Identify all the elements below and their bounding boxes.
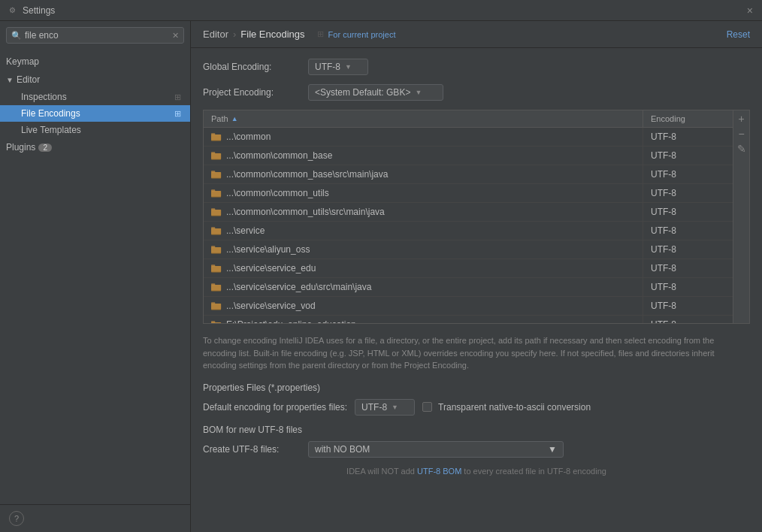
folder-icon: [211, 207, 222, 216]
for-current-project-link[interactable]: For current project: [328, 30, 396, 39]
table-action-buttons: + − ✎: [733, 110, 749, 323]
td-encoding: UTF-8: [643, 147, 733, 165]
properties-encoding-row: Default encoding for properties files: U…: [203, 399, 750, 416]
table-header: Path ▲ Encoding: [204, 110, 733, 128]
table-row[interactable]: ...\common\common_utils\src\main\java UT…: [204, 203, 733, 222]
encoding-table-container: Path ▲ Encoding ...\common: [203, 110, 750, 324]
for-project-icon: ⊞: [317, 29, 324, 39]
project-encoding-arrow: ▼: [415, 89, 422, 96]
project-encoding-row: Project Encoding: <System Default: GBK> …: [203, 84, 750, 101]
table-row[interactable]: ...\service\service_edu UTF-8: [204, 259, 733, 278]
td-encoding: UTF-8: [643, 128, 733, 146]
svg-rect-11: [211, 191, 221, 197]
close-button[interactable]: ×: [744, 5, 756, 17]
table-row[interactable]: ...\service\aliyun_oss UTF-8: [204, 240, 733, 259]
app-icon: ⚙: [6, 5, 18, 17]
svg-rect-2: [211, 135, 221, 141]
svg-rect-32: [211, 322, 221, 323]
table-row[interactable]: ...\common\common_base\src\main\java UTF…: [204, 165, 733, 184]
td-path: ...\service\service_vod: [204, 297, 643, 315]
folder-icon: [211, 283, 222, 292]
bom-field-row: Create UTF-8 files: with NO BOM ▼: [203, 441, 750, 458]
sidebar-item-plugins[interactable]: Plugins 2: [0, 138, 190, 156]
keymap-label: Keymap: [6, 56, 39, 67]
sidebar-item-keymap[interactable]: Keymap: [0, 53, 190, 71]
bom-select[interactable]: with NO BOM ▼: [308, 441, 564, 458]
sidebar-item-file-encodings[interactable]: File Encodings ⊞: [0, 105, 190, 122]
sort-arrow: ▲: [231, 115, 238, 122]
table-row[interactable]: ...\common UTF-8: [204, 128, 733, 147]
sidebar-item-inspections[interactable]: Inspections ⊞: [0, 89, 190, 105]
reset-button[interactable]: Reset: [727, 29, 750, 40]
bom-section-label: BOM for new UTF-8 files: [203, 425, 750, 435]
file-encodings-label: File Encodings: [21, 108, 80, 119]
td-path: E:\Project\edu_online_education: [204, 316, 643, 323]
plugins-label: Plugins: [6, 142, 35, 153]
remove-row-button[interactable]: −: [735, 127, 748, 141]
td-path: ...\service\service_edu\src\main\java: [204, 278, 643, 296]
file-encodings-action-icon: ⊞: [174, 109, 181, 119]
search-input[interactable]: [25, 30, 169, 41]
table-row[interactable]: ...\common\common_base UTF-8: [204, 147, 733, 165]
transparent-checkbox[interactable]: [422, 402, 432, 412]
td-encoding: UTF-8: [643, 316, 733, 323]
properties-encoding-select[interactable]: UTF-8 ▼: [355, 399, 415, 416]
td-path: ...\service\aliyun_oss: [204, 240, 643, 258]
breadcrumb: Editor › File Encodings ⊞ For current pr…: [203, 29, 395, 40]
td-path: ...\common\common_base: [204, 147, 643, 165]
td-path: ...\common: [204, 128, 643, 146]
bom-info-text: IDEA will NOT add UTF-8 BOM to every cre…: [203, 467, 750, 476]
bom-select-arrow: ▼: [548, 444, 557, 455]
transparent-checkbox-row: Transparent native-to-ascii conversion: [422, 402, 591, 413]
svg-rect-5: [211, 153, 221, 159]
properties-encoding-value: UTF-8: [361, 402, 387, 413]
table-row[interactable]: ...\common\common_utils UTF-8: [204, 184, 733, 203]
encoding-table: Path ▲ Encoding ...\common: [204, 110, 733, 323]
content-body: Global Encoding: UTF-8 ▼ Project Encodin…: [191, 48, 762, 532]
table-row[interactable]: E:\Project\edu_online_education UTF-8: [204, 316, 733, 323]
td-encoding: UTF-8: [643, 222, 733, 240]
folder-icon: [211, 320, 222, 323]
td-encoding: UTF-8: [643, 259, 733, 277]
td-path: ...\common\common_base\src\main\java: [204, 165, 643, 183]
svg-rect-8: [211, 172, 221, 178]
search-bar: 🔍 ✕: [0, 21, 190, 50]
folder-icon: [211, 245, 222, 254]
project-encoding-label: Project Encoding:: [203, 87, 301, 98]
search-clear-button[interactable]: ✕: [172, 31, 179, 41]
title-bar: ⚙ Settings ×: [0, 0, 762, 21]
folder-icon: [211, 226, 222, 235]
table-row[interactable]: ...\service UTF-8: [204, 222, 733, 240]
bom-field-label: Create UTF-8 files:: [203, 444, 301, 455]
breadcrumb-sep: ›: [233, 29, 236, 40]
th-encoding: Encoding: [643, 110, 733, 127]
folder-icon: [211, 170, 222, 179]
add-row-button[interactable]: +: [735, 112, 748, 125]
transparent-label: Transparent native-to-ascii conversion: [438, 402, 591, 413]
sidebar-item-editor[interactable]: ▼ Editor: [0, 71, 190, 89]
td-encoding: UTF-8: [643, 297, 733, 315]
th-path: Path ▲: [204, 110, 643, 127]
properties-arrow: ▼: [392, 404, 398, 411]
editor-label: Editor: [17, 74, 40, 85]
td-encoding: UTF-8: [643, 203, 733, 221]
sidebar-tree: Keymap ▼ Editor Inspections ⊞ File Encod…: [0, 50, 190, 504]
sidebar-bottom: ?: [0, 504, 190, 532]
folder-icon: [211, 151, 222, 160]
global-encoding-value: UTF-8: [315, 62, 340, 72]
bom-section: BOM for new UTF-8 files Create UTF-8 fil…: [203, 425, 750, 476]
table-row[interactable]: ...\service\service_edu\src\main\java UT…: [204, 278, 733, 297]
table-row[interactable]: ...\service\service_vod UTF-8: [204, 297, 733, 316]
sidebar: 🔍 ✕ Keymap ▼ Editor Inspections ⊞ File E…: [0, 21, 191, 532]
folder-icon: [211, 189, 222, 198]
global-encoding-select[interactable]: UTF-8 ▼: [308, 59, 368, 75]
search-wrapper[interactable]: 🔍 ✕: [6, 27, 184, 44]
inspections-action-icon: ⊞: [174, 92, 181, 102]
properties-encoding-label: Default encoding for properties files:: [203, 402, 347, 413]
sidebar-item-live-templates[interactable]: Live Templates: [0, 122, 190, 138]
inspections-label: Inspections: [21, 92, 67, 102]
bom-link[interactable]: UTF-8 BOM: [417, 467, 461, 476]
edit-row-button[interactable]: ✎: [735, 142, 748, 156]
project-encoding-select[interactable]: <System Default: GBK> ▼: [308, 84, 443, 101]
help-button[interactable]: ?: [9, 511, 24, 526]
